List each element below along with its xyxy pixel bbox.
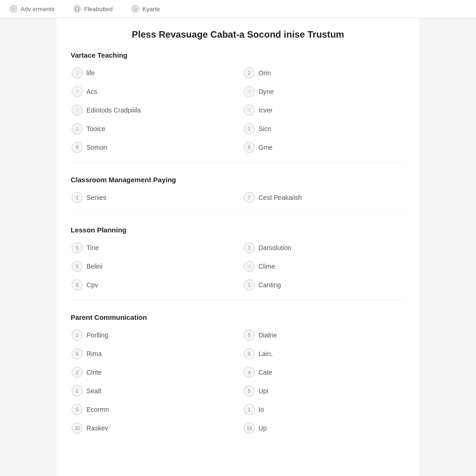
list-item[interactable]: 1Porlling	[71, 328, 233, 343]
item-badge: 5	[72, 279, 83, 291]
section-title: Lesson Planning	[71, 226, 405, 234]
page-title: Pless Revasuage Cabat-a Socond inise Tru…	[71, 29, 405, 40]
list-item[interactable]: 5Ecormn	[71, 402, 233, 417]
item-label: Porlling	[86, 331, 108, 339]
item-label: Sealt	[86, 387, 101, 395]
list-item[interactable]: 3Darsolution	[243, 240, 405, 255]
item-label: Clrite	[86, 369, 102, 376]
list-item[interactable]: 19Up	[243, 421, 405, 436]
list-item[interactable]: 1Io	[243, 402, 405, 417]
item-badge: 2	[244, 67, 255, 79]
item-badge: 1	[72, 192, 83, 203]
item-badge: 5	[72, 404, 83, 415]
items-grid: 1Senies7Cest Peakaiish	[71, 190, 405, 205]
section-title: Parent Communication	[71, 313, 405, 321]
item-badge: ♡	[244, 86, 255, 97]
item-badge: ♡	[72, 86, 83, 97]
list-item[interactable]: 2Orin	[243, 66, 405, 80]
section-lesson-planning: Lesson Planning5Tine3Darsolution5Belini♡…	[71, 226, 405, 300]
list-item[interactable]: ♡Ediotods Cradpiiila	[71, 103, 233, 118]
item-label: Rima	[86, 350, 102, 357]
item-badge: 9	[72, 142, 83, 153]
item-label: Ecormn	[86, 406, 109, 413]
list-item[interactable]: 1Senies	[71, 190, 233, 205]
item-label: Orin	[258, 69, 271, 77]
top-bar-item[interactable]: ○ Kyarte	[131, 5, 160, 13]
item-label: Icver	[258, 106, 272, 114]
list-item[interactable]: 5Cpv	[71, 278, 233, 292]
item-label: Ediotods Cradpiiila	[86, 106, 141, 114]
list-item[interactable]: 5Belini	[71, 259, 233, 274]
list-item[interactable]: 5Dialrie	[243, 328, 405, 343]
list-item[interactable]: 1Canting	[243, 278, 405, 292]
item-label: life	[86, 69, 95, 77]
item-badge: £	[72, 385, 83, 397]
item-badge: 6	[72, 348, 83, 359]
top-bar-label: Adv erments	[20, 6, 54, 13]
item-badge: 1	[72, 330, 83, 341]
list-item[interactable]: ♡Acs	[71, 84, 233, 99]
item-label: Senies	[86, 194, 106, 201]
item-badge: 19	[244, 423, 255, 434]
top-bar-icon: ( )	[73, 5, 81, 13]
item-badge: 1	[72, 123, 83, 134]
item-badge: 3	[244, 242, 255, 253]
list-item[interactable]: 1Tooice	[71, 121, 233, 136]
item-badge: 1	[244, 123, 255, 134]
item-badge: ♡	[72, 67, 83, 79]
list-item[interactable]: 5Tine	[71, 240, 233, 255]
item-label: Cpv	[86, 281, 98, 289]
sections-container: Vartace Teaching♡life2Orin♡Acs♡Dyne♡Edio…	[71, 51, 405, 436]
list-item[interactable]: 2Clrite	[71, 365, 233, 380]
item-label: Upi	[258, 387, 268, 395]
main-content: Pless Revasuage Cabat-a Socond inise Tru…	[57, 18, 419, 476]
item-badge: 1	[244, 404, 255, 415]
top-bar-icon: −	[9, 5, 18, 13]
item-badge: 5	[72, 261, 83, 272]
item-label: Darsolution	[258, 244, 291, 251]
item-badge: ♡	[244, 261, 255, 272]
list-item[interactable]: 7Cest Peakaiish	[243, 190, 405, 205]
list-item[interactable]: 6Gme	[243, 140, 405, 155]
list-item[interactable]: 9Somon	[71, 140, 233, 155]
list-item[interactable]: 1Sicn	[243, 121, 405, 136]
section-title: Vartace Teaching	[71, 51, 405, 59]
list-item[interactable]: 10Raskev	[71, 421, 233, 436]
item-badge: ♡	[72, 105, 83, 116]
item-label: Tooice	[86, 125, 105, 132]
list-item[interactable]: ♡Icver	[243, 103, 405, 118]
list-item[interactable]: 6Rima	[71, 346, 233, 361]
list-item[interactable]: 4Cate	[243, 365, 405, 380]
list-item[interactable]: ♡Clime	[243, 259, 405, 274]
section-divider	[71, 300, 405, 300]
item-badge: 5	[244, 348, 255, 359]
section-divider	[71, 212, 405, 213]
item-label: Dialrie	[258, 331, 277, 339]
item-badge: 7	[244, 192, 255, 203]
top-bar-label: Kyarte	[142, 6, 160, 13]
item-badge: 5	[244, 385, 255, 397]
list-item[interactable]: ♡Dyne	[243, 84, 405, 99]
section-parent-communication: Parent Communication1Porlling5Dialrie6Ri…	[71, 313, 405, 436]
item-badge: ♡	[244, 105, 255, 116]
list-item[interactable]: 5Upi	[243, 383, 405, 398]
item-badge: 6	[244, 142, 255, 153]
item-label: Dyne	[258, 88, 274, 95]
items-grid: ♡life2Orin♡Acs♡Dyne♡Ediotods Cradpiiila♡…	[71, 66, 405, 155]
item-label: Tine	[86, 244, 99, 251]
list-item[interactable]: ♡life	[71, 66, 233, 80]
item-label: Canting	[258, 281, 281, 289]
item-label: Up	[258, 424, 267, 432]
item-label: Io	[258, 406, 264, 413]
top-bar-item[interactable]: ( ) Fleabutted	[73, 5, 112, 13]
top-bar: − Adv erments ( ) Fleabutted ○ Kyarte	[0, 0, 476, 18]
top-bar-label: Fleabutted	[84, 6, 112, 13]
item-label: Acs	[86, 88, 97, 95]
top-bar-item[interactable]: − Adv erments	[9, 5, 54, 13]
list-item[interactable]: 5Lain,	[243, 346, 405, 361]
top-bar-icon: ○	[131, 5, 139, 13]
item-label: Raskev	[86, 424, 108, 432]
list-item[interactable]: £Sealt	[71, 383, 233, 398]
item-label: Lain,	[258, 350, 272, 357]
item-badge: 10	[72, 423, 83, 434]
